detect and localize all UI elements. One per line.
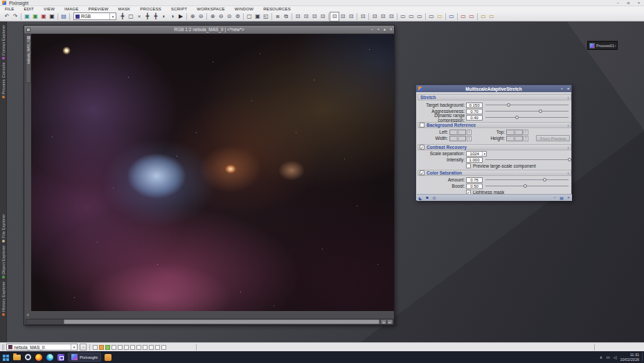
stf-reset-icon[interactable]: ⊡ bbox=[347, 12, 355, 21]
slider-thumb[interactable] bbox=[507, 103, 510, 107]
section-toggle-icon[interactable]: ↕ bbox=[567, 123, 569, 127]
slider-thumb[interactable] bbox=[543, 178, 546, 182]
image-container-icon[interactable]: ▤ bbox=[60, 12, 68, 21]
chevron-down-icon[interactable]: ▾ bbox=[109, 13, 116, 19]
zoom-1-1-icon[interactable]: ⊕ bbox=[208, 12, 217, 21]
mask-edit-icon[interactable]: ⊡ bbox=[379, 12, 387, 21]
tab-object-explorer[interactable]: Object Explorer bbox=[1, 244, 6, 280]
separator[interactable] bbox=[357, 13, 357, 20]
iconize-button[interactable]: – bbox=[369, 26, 375, 33]
screen-left-icon[interactable]: ▭ bbox=[407, 12, 415, 21]
scroll-right-icon[interactable]: ▸ bbox=[387, 319, 393, 324]
separator[interactable] bbox=[368, 13, 369, 20]
param-slider[interactable] bbox=[485, 186, 569, 186]
scrollbar-thumb[interactable] bbox=[64, 319, 379, 324]
image-window-titlebar[interactable]: RGB 1:2 nebula_MAS_II | <*new*> –▪▴× bbox=[24, 26, 394, 33]
workspace-square[interactable] bbox=[124, 345, 129, 350]
top-input[interactable]: 0 bbox=[506, 130, 523, 135]
view-selector-tab[interactable]: nebula_MAS_II bbox=[26, 35, 31, 83]
stf-link-rgb-icon[interactable]: ⊡ bbox=[339, 12, 347, 21]
contrast-recovery-checkbox[interactable] bbox=[420, 145, 424, 150]
toolbar-grip[interactable] bbox=[2, 344, 4, 351]
center-image-icon[interactable]: ╋ bbox=[143, 12, 152, 21]
param-input[interactable]: 0.75 bbox=[466, 177, 483, 183]
left-input[interactable]: 0 bbox=[449, 130, 466, 135]
section-header-color-saturation[interactable]: Color Saturation ↕ bbox=[418, 170, 571, 176]
menu-item[interactable]: File bbox=[0, 6, 19, 12]
tray-window-icon[interactable]: ▭ bbox=[606, 355, 610, 360]
expand-vertical-icon[interactable]: ⧉ bbox=[282, 12, 290, 21]
left-spinner[interactable] bbox=[467, 130, 472, 135]
menu-item[interactable]: Window bbox=[230, 6, 259, 12]
menu-item[interactable]: View bbox=[39, 6, 60, 12]
workspace-square[interactable] bbox=[105, 345, 110, 350]
orange-app-icon[interactable] bbox=[102, 353, 114, 362]
screen-main-icon[interactable]: ▭ bbox=[399, 12, 407, 21]
restore-window-icon[interactable]: ↕ bbox=[615, 44, 617, 48]
mask-invert-icon[interactable]: ⊡ bbox=[387, 12, 395, 21]
close-all-icon[interactable]: ▭ bbox=[467, 12, 476, 21]
separator[interactable] bbox=[69, 13, 70, 20]
separator[interactable] bbox=[292, 13, 292, 20]
volume-icon[interactable]: ◁ bbox=[614, 355, 617, 360]
histogram-icon[interactable]: ▣ bbox=[39, 12, 48, 21]
reset-icon[interactable]: × bbox=[565, 195, 572, 200]
menu-item[interactable]: Process bbox=[135, 6, 166, 12]
stf-enabled-icon[interactable]: ⊡ bbox=[330, 12, 339, 21]
expand-horizontal-icon[interactable]: ⧈ bbox=[274, 12, 282, 21]
menu-item[interactable]: Resources bbox=[258, 6, 296, 12]
open-workspace-icon[interactable]: ▭ bbox=[436, 12, 444, 21]
slider-thumb[interactable] bbox=[515, 116, 519, 119]
param-input[interactable]: 0.50 bbox=[466, 184, 483, 189]
zoom-custom-icon[interactable]: ⊚ bbox=[233, 12, 242, 21]
close-image-icon[interactable]: ▭ bbox=[459, 12, 467, 21]
pointer-mode-icon[interactable]: ▶ bbox=[177, 12, 185, 21]
undo-icon[interactable]: ↶ bbox=[3, 12, 11, 21]
select-mode-icon[interactable]: ▢ bbox=[127, 12, 135, 21]
zoom-in-icon[interactable]: ⊕ bbox=[188, 12, 197, 21]
param-slider[interactable] bbox=[485, 117, 569, 118]
view-selector-combo[interactable]: nebula_MAS_II ▾ bbox=[6, 344, 78, 351]
stf-disable-icon[interactable]: ⊡ bbox=[319, 12, 327, 21]
intensity-slider[interactable] bbox=[485, 159, 569, 160]
separator[interactable] bbox=[243, 13, 244, 20]
new-instance-icon[interactable]: ◣ bbox=[417, 195, 424, 200]
realtime-preview-icon[interactable]: ⊙ bbox=[431, 195, 438, 200]
apply-global-icon[interactable]: ■ bbox=[424, 195, 431, 200]
section-toggle-icon[interactable]: ↕ bbox=[567, 96, 569, 100]
readout-bw-icon[interactable]: ◐ bbox=[160, 12, 168, 21]
tab-process-console[interactable]: Process Console bbox=[1, 61, 6, 100]
workspace-square[interactable] bbox=[130, 345, 135, 350]
separator[interactable] bbox=[477, 13, 478, 20]
slider-thumb[interactable] bbox=[568, 158, 571, 161]
param-slider[interactable] bbox=[485, 105, 569, 105]
param-slider[interactable] bbox=[485, 111, 569, 112]
separator[interactable] bbox=[21, 13, 21, 20]
maximize-button[interactable]: ▴ bbox=[382, 26, 388, 33]
menu-item[interactable]: Mask bbox=[114, 6, 136, 12]
view-info-button[interactable]: ◔ bbox=[80, 344, 87, 351]
dynamic-mode-icon[interactable]: × bbox=[135, 12, 143, 21]
menu-item[interactable]: Edit bbox=[19, 6, 38, 12]
separator[interactable] bbox=[271, 13, 272, 20]
dialog-titlebar[interactable]: MultiscaleAdaptiveStretch ▪× bbox=[416, 85, 571, 92]
workspace-square[interactable] bbox=[111, 345, 116, 350]
mask-show-icon[interactable]: ⊡ bbox=[370, 12, 379, 21]
iconize-all-icon[interactable]: ▭ bbox=[488, 12, 496, 21]
intensity-input[interactable]: 1.000 bbox=[466, 157, 483, 163]
separator[interactable] bbox=[186, 13, 187, 20]
nebula-image[interactable] bbox=[31, 34, 394, 311]
fit-surface-icon[interactable]: ▣ bbox=[253, 12, 262, 21]
recorder-app-icon[interactable] bbox=[22, 353, 33, 362]
background-reference-checkbox[interactable] bbox=[420, 123, 424, 127]
preview-large-scale-checkbox[interactable] bbox=[466, 163, 471, 168]
minimize-button[interactable]: – bbox=[613, 0, 623, 6]
stf-track-icon[interactable]: ⊡ bbox=[294, 12, 302, 21]
scroll-left-icon[interactable]: ◂ bbox=[381, 319, 386, 324]
slider-thumb[interactable] bbox=[524, 184, 527, 188]
mask-select-icon[interactable]: ▣ bbox=[48, 12, 56, 21]
separator[interactable] bbox=[397, 13, 397, 20]
screen-right-icon[interactable]: ▭ bbox=[415, 12, 424, 21]
height-spinner[interactable] bbox=[524, 136, 528, 141]
section-header-contrast-recovery[interactable]: Contrast Recovery ↕ bbox=[418, 144, 571, 150]
